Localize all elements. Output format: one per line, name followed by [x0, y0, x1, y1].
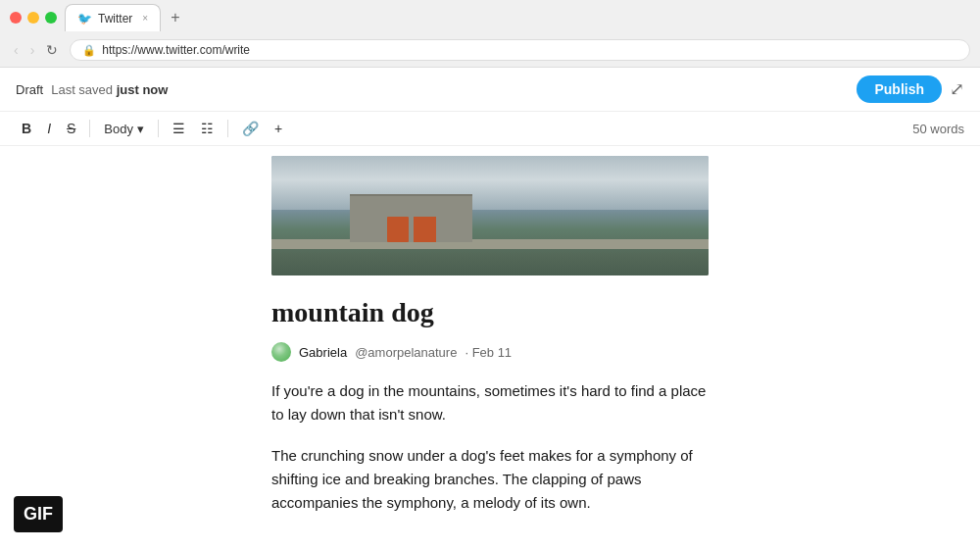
- maximize-button[interactable]: [45, 12, 57, 24]
- article-title: mountain dog: [271, 297, 709, 328]
- article-image-inner: [271, 156, 709, 275]
- new-tab-button[interactable]: +: [165, 9, 185, 26]
- image-building: [350, 194, 472, 242]
- expand-icon[interactable]: ⤢: [950, 78, 964, 100]
- saved-text: Last saved just now: [51, 82, 168, 97]
- draft-label: Draft: [16, 82, 43, 97]
- refresh-button[interactable]: ↻: [42, 40, 62, 60]
- topbar-right: Publish ⤢: [857, 75, 964, 103]
- url-text: https://www.twitter.com/write: [102, 43, 250, 57]
- italic-button[interactable]: I: [41, 118, 57, 139]
- address-bar: ‹ › ↻ 🔒 https://www.twitter.com/write: [0, 35, 980, 67]
- image-sky: [271, 156, 709, 216]
- draft-info: Draft Last saved just now: [16, 82, 168, 97]
- editor-topbar: Draft Last saved just now Publish ⤢: [0, 68, 980, 112]
- article-paragraph-2: The crunching snow under a dog's feet ma…: [271, 444, 709, 515]
- divider-3: [227, 120, 228, 137]
- nav-buttons: ‹ › ↻: [10, 40, 62, 60]
- author-date: · Feb 11: [465, 345, 512, 360]
- browser-tab[interactable]: 🐦 Twitter ×: [65, 4, 161, 31]
- ordered-list-button[interactable]: ☷: [195, 118, 220, 139]
- twitter-favicon: 🐦: [77, 12, 92, 25]
- unordered-list-button[interactable]: ☰: [167, 118, 191, 139]
- add-button[interactable]: +: [269, 118, 288, 139]
- browser-chrome: 🐦 Twitter × + ‹ › ↻ 🔒 https://www.twitte…: [0, 0, 980, 68]
- publish-button[interactable]: Publish: [857, 75, 942, 103]
- editor-content[interactable]: mountain dog Gabriela @amorpelanature · …: [0, 146, 980, 544]
- saved-time: just now: [117, 82, 169, 97]
- lock-icon: 🔒: [82, 44, 96, 57]
- avatar-image: [271, 342, 291, 362]
- article-body: If you're a dog in the mountains, someti…: [271, 379, 709, 532]
- bold-button[interactable]: B: [16, 118, 37, 139]
- author-avatar: [271, 342, 291, 362]
- style-label: Body: [104, 122, 133, 136]
- close-button[interactable]: [10, 12, 22, 24]
- article-paragraph-1: If you're a dog in the mountains, someti…: [271, 379, 709, 426]
- author-handle: @amorpelanature: [355, 345, 457, 360]
- strikethrough-button[interactable]: S: [61, 118, 81, 139]
- tab-close-icon[interactable]: ×: [142, 13, 148, 24]
- traffic-lights: [10, 12, 57, 24]
- divider: [89, 120, 90, 137]
- url-bar[interactable]: 🔒 https://www.twitter.com/write: [70, 39, 970, 61]
- title-bar: 🐦 Twitter × +: [0, 0, 980, 35]
- chevron-down-icon: ▾: [137, 122, 144, 136]
- word-count: 50 words: [912, 122, 964, 136]
- image-door-right: [414, 217, 435, 242]
- image-wall: [271, 239, 709, 249]
- forward-button[interactable]: ›: [26, 40, 39, 60]
- image-door-left: [387, 217, 409, 242]
- back-button[interactable]: ‹: [10, 40, 23, 60]
- tab-area: 🐦 Twitter × +: [65, 4, 970, 31]
- link-button[interactable]: 🔗: [236, 118, 265, 139]
- minimize-button[interactable]: [27, 12, 39, 24]
- article-image: [271, 156, 709, 275]
- tab-title: Twitter: [98, 12, 132, 25]
- author-line: Gabriela @amorpelanature · Feb 11: [271, 342, 709, 362]
- divider-2: [158, 120, 159, 137]
- author-name: Gabriela: [299, 345, 347, 360]
- text-style-select[interactable]: Body ▾: [98, 119, 150, 139]
- format-toolbar: B I S Body ▾ ☰ ☷ 🔗 + 50 words: [0, 112, 980, 146]
- gif-badge: GIF: [14, 496, 63, 532]
